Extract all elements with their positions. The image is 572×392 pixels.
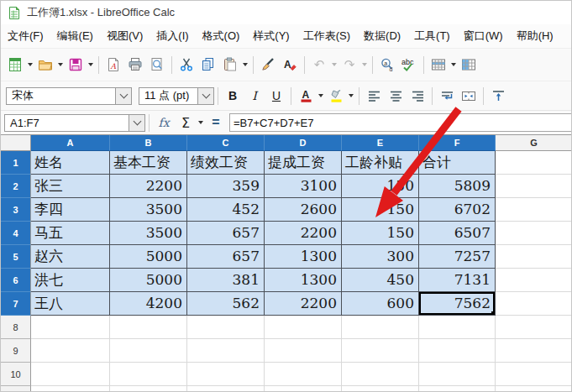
cell-G2[interactable] (496, 175, 571, 198)
row-header-2[interactable]: 2 (1, 175, 31, 198)
align-center-button[interactable] (386, 85, 406, 107)
cell-F1[interactable]: 合计 (419, 151, 496, 175)
cell-B4[interactable]: 3500 (110, 222, 187, 245)
cell-B2[interactable]: 2200 (110, 175, 187, 198)
cell-D2[interactable]: 3100 (265, 175, 342, 198)
font-name-dropdown[interactable] (115, 88, 131, 104)
row-header-4[interactable]: 4 (1, 222, 31, 245)
row-header-10[interactable]: 10 (1, 363, 31, 386)
formula-input[interactable] (229, 113, 571, 132)
column-header-A[interactable]: A (31, 135, 110, 151)
cell-A8[interactable] (31, 316, 110, 339)
menu-styles[interactable]: 样式(Y) (246, 25, 296, 47)
cell-C2[interactable]: 359 (187, 175, 265, 198)
align-left-button[interactable] (364, 85, 384, 107)
highlight-color-dropdown[interactable] (349, 94, 354, 97)
highlight-color-button[interactable] (326, 85, 346, 107)
cell-D4[interactable]: 2200 (265, 222, 342, 245)
cut-button[interactable] (176, 54, 197, 76)
save-dropdown[interactable] (88, 63, 93, 66)
menu-file[interactable]: 文件(F) (1, 25, 50, 47)
cell-F7[interactable]: 7562 (419, 292, 496, 316)
paste-button[interactable] (220, 54, 240, 76)
cell-G11[interactable] (496, 386, 571, 392)
column-header-E[interactable]: E (342, 135, 419, 151)
cell-E5[interactable]: 300 (342, 245, 419, 269)
export-pdf-button[interactable]: A (103, 54, 123, 76)
align-right-button[interactable] (407, 85, 428, 107)
cell-C11[interactable] (187, 386, 265, 392)
align-top-button[interactable] (488, 85, 508, 107)
redo-dropdown[interactable] (362, 63, 367, 66)
cell-D9[interactable] (265, 339, 342, 363)
cell-B8[interactable] (110, 316, 187, 339)
cell-A5[interactable]: 赵六 (31, 245, 110, 269)
spelling-button[interactable]: abc (399, 54, 419, 76)
cell-F8[interactable] (419, 316, 496, 339)
row-header-11[interactable]: 11 (1, 386, 31, 392)
menu-tools[interactable]: 工具(T) (407, 25, 457, 47)
cell-E3[interactable]: 150 (342, 198, 419, 222)
cell-A6[interactable]: 洪七 (31, 269, 110, 292)
menu-help[interactable]: 帮助(H) (510, 25, 560, 47)
cell-A1[interactable]: 姓名 (31, 151, 110, 175)
redo-button[interactable]: ↷ (339, 54, 359, 76)
select-all-corner[interactable] (1, 135, 31, 151)
insert-columns-button[interactable] (459, 54, 479, 76)
cell-E4[interactable]: 150 (342, 222, 419, 245)
cell-B11[interactable] (110, 386, 187, 392)
fill-handle[interactable] (491, 311, 496, 316)
cell-C7[interactable]: 562 (187, 292, 265, 316)
column-header-B[interactable]: B (110, 135, 187, 151)
function-wizard-button[interactable]: fx (154, 112, 174, 133)
open-dropdown[interactable] (58, 63, 63, 66)
row-header-9[interactable]: 9 (1, 339, 31, 363)
font-size-combo[interactable]: 11 点 (pt) (139, 87, 214, 105)
paste-dropdown[interactable] (243, 63, 248, 66)
cell-G3[interactable] (496, 198, 571, 222)
sum-button[interactable]: Σ (176, 112, 196, 133)
cell-D3[interactable]: 2600 (265, 198, 342, 222)
cell-E1[interactable]: 工龄补贴 (342, 151, 419, 175)
cell-G1[interactable] (496, 151, 571, 175)
wrap-text-button[interactable] (437, 85, 457, 107)
cell-G5[interactable] (496, 245, 571, 269)
cell-D8[interactable] (265, 316, 342, 339)
cell-E10[interactable] (342, 363, 419, 386)
cell-F6[interactable]: 7131 (419, 269, 496, 292)
menu-insert[interactable]: 插入(I) (150, 25, 195, 47)
cell-G4[interactable] (496, 222, 571, 245)
cell-A3[interactable]: 李四 (31, 198, 110, 222)
merge-cells-button[interactable] (459, 85, 479, 107)
insert-rows-dropdown[interactable] (451, 63, 456, 66)
new-document-dropdown[interactable] (28, 63, 33, 66)
font-color-button[interactable]: A (296, 85, 316, 107)
menu-data[interactable]: 数据(D) (357, 25, 407, 47)
cell-E11[interactable] (342, 386, 419, 392)
cell-E7[interactable]: 600 (342, 292, 419, 316)
cell-F9[interactable] (419, 339, 496, 363)
undo-button[interactable]: ↶ (309, 54, 329, 76)
cell-F10[interactable] (419, 363, 496, 386)
undo-dropdown[interactable] (332, 63, 337, 66)
menu-sheet[interactable]: 工作表(S) (296, 25, 357, 47)
cell-B10[interactable] (110, 363, 187, 386)
cell-E6[interactable]: 450 (342, 269, 419, 292)
bold-button[interactable]: B (223, 85, 243, 107)
row-header-6[interactable]: 6 (1, 269, 31, 292)
cell-F3[interactable]: 6702 (419, 198, 496, 222)
save-button[interactable] (66, 54, 86, 76)
cell-D11[interactable] (265, 386, 342, 392)
clear-formatting-button[interactable]: A (280, 54, 300, 76)
row-header-5[interactable]: 5 (1, 245, 31, 269)
cell-A9[interactable] (31, 339, 110, 363)
row-header-3[interactable]: 3 (1, 198, 31, 222)
new-document-button[interactable] (5, 54, 25, 76)
menu-edit[interactable]: 编辑(E) (50, 25, 100, 47)
clone-formatting-button[interactable] (258, 54, 278, 76)
cell-C8[interactable] (187, 316, 265, 339)
cell-G10[interactable] (496, 363, 571, 386)
cell-B9[interactable] (110, 339, 187, 363)
cell-G9[interactable] (496, 339, 571, 363)
cell-F11[interactable] (419, 386, 496, 392)
